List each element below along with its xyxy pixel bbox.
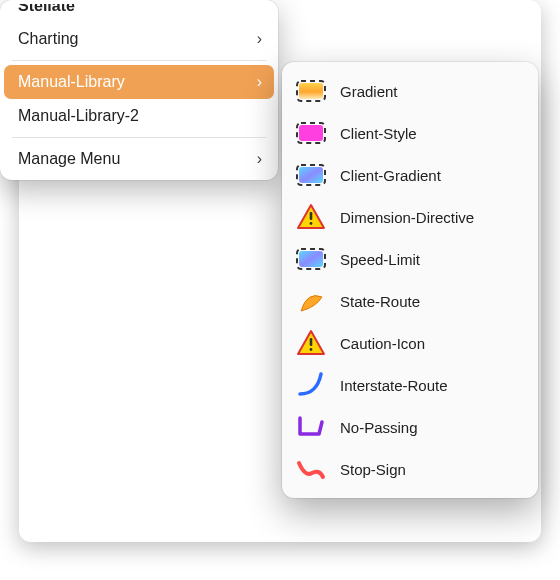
chevron-right-icon: › (257, 22, 262, 56)
menu-separator (12, 137, 266, 138)
submenu-item-gradient[interactable]: Gradient (288, 70, 532, 112)
submenu-manual-library: Gradient Client-Style Client-Gradient (282, 62, 538, 498)
menu-item-label: Manage Menu (18, 150, 120, 167)
submenu-item-client-gradient[interactable]: Client-Gradient (288, 154, 532, 196)
menu-item-charting[interactable]: Charting › (4, 22, 274, 56)
warning-triangle-icon (294, 328, 328, 358)
submenu-item-no-passing[interactable]: No-Passing (288, 406, 532, 448)
menu-item-label: Charting (18, 30, 78, 47)
squiggle-red-icon (294, 454, 328, 484)
submenu-item-label: Client-Gradient (340, 167, 524, 184)
menu-item-truncated[interactable]: Stellate (4, 4, 274, 22)
menu-item-label: Manual-Library-2 (18, 107, 139, 124)
submenu-item-label: No-Passing (340, 419, 524, 436)
menu-item-manual-library-2[interactable]: Manual-Library-2 (4, 99, 274, 133)
submenu-item-label: Dimension-Directive (340, 209, 524, 226)
shape-curved-triangle-icon (294, 286, 328, 316)
svg-rect-7 (310, 222, 313, 225)
submenu-item-caution-icon[interactable]: Caution-Icon (288, 322, 532, 364)
svg-rect-10 (310, 338, 313, 346)
chevron-right-icon: › (257, 142, 262, 176)
submenu-item-label: State-Route (340, 293, 524, 310)
submenu-item-label: Caution-Icon (340, 335, 524, 352)
submenu-item-interstate-route[interactable]: Interstate-Route (288, 364, 532, 406)
svg-rect-4 (299, 167, 323, 183)
svg-rect-8 (299, 251, 323, 267)
warning-triangle-icon (294, 202, 328, 232)
curve-blue-icon (294, 370, 328, 400)
submenu-item-stop-sign[interactable]: Stop-Sign (288, 448, 532, 490)
svg-rect-11 (310, 348, 313, 351)
submenu-item-label: Speed-Limit (340, 251, 524, 268)
menu-separator (12, 60, 266, 61)
svg-rect-6 (310, 212, 313, 220)
submenu-item-client-style[interactable]: Client-Style (288, 112, 532, 154)
menu-item-manual-library[interactable]: Manual-Library › (4, 65, 274, 99)
menu-item-label: Stellate (18, 4, 75, 14)
swatch-magenta-icon (294, 118, 328, 148)
polyline-purple-icon (294, 412, 328, 442)
submenu-item-speed-limit[interactable]: Speed-Limit (288, 238, 532, 280)
swatch-gradient-orange-icon (294, 76, 328, 106)
submenu-item-label: Interstate-Route (340, 377, 524, 394)
submenu-item-state-route[interactable]: State-Route (288, 280, 532, 322)
submenu-item-label: Stop-Sign (340, 461, 524, 478)
svg-rect-2 (299, 125, 323, 141)
swatch-gradient-cyan-icon (294, 244, 328, 274)
chevron-right-icon: › (257, 65, 262, 99)
menu-item-manage-menu[interactable]: Manage Menu › (4, 142, 274, 176)
submenu-item-label: Gradient (340, 83, 524, 100)
swatch-gradient-cyan-icon (294, 160, 328, 190)
main-menu: Stellate Charting › Manual-Library › Man… (0, 0, 278, 180)
submenu-item-dimension-directive[interactable]: Dimension-Directive (288, 196, 532, 238)
submenu-item-label: Client-Style (340, 125, 524, 142)
menu-item-label: Manual-Library (18, 73, 125, 90)
svg-rect-0 (299, 83, 323, 99)
